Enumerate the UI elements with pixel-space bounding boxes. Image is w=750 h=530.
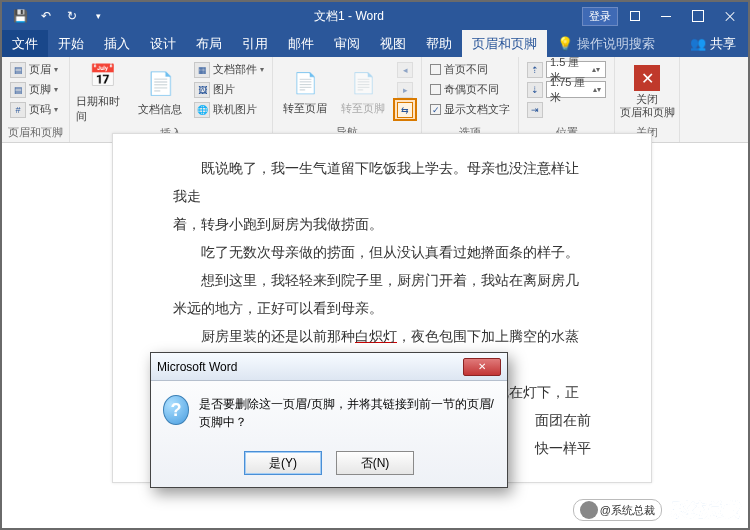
- docinfo-icon: 📄: [144, 68, 176, 100]
- checkbox-checked-icon: ✓: [430, 104, 441, 115]
- watermark: @系统总裁 系统总载: [573, 498, 740, 522]
- odd-even-label: 奇偶页不同: [444, 82, 499, 97]
- first-diff-label: 首页不同: [444, 62, 488, 77]
- share-button[interactable]: 👥共享: [678, 30, 748, 57]
- picture-button[interactable]: 🖼图片: [192, 80, 266, 99]
- doc-line: 吃了无数次母亲做的捞面，但从没认真看过她擀面条的样子。: [173, 238, 591, 266]
- pagenum-button[interactable]: #页码▾: [8, 100, 60, 119]
- tab-help[interactable]: 帮助: [416, 30, 462, 57]
- next-icon: ▸: [397, 82, 413, 98]
- dialog-title: Microsoft Word: [157, 360, 237, 374]
- first-page-diff-checkbox[interactable]: 首页不同: [428, 60, 512, 79]
- margin-top-icon: ⇡: [527, 62, 543, 78]
- tell-me-label: 操作说明搜索: [577, 35, 655, 53]
- tab-layout[interactable]: 布局: [186, 30, 232, 57]
- quickparts-icon: ▦: [194, 62, 210, 78]
- window-close-icon[interactable]: [716, 5, 744, 27]
- footer-button[interactable]: ▤页脚▾: [8, 80, 60, 99]
- ribbon-tabs: 文件 开始 插入 设计 布局 引用 邮件 审阅 视图 帮助 页眉和页脚 💡操作说…: [2, 30, 748, 57]
- avatar-icon: [580, 501, 598, 519]
- close-hf-icon: ✕: [634, 65, 660, 91]
- nav-prev-button[interactable]: ◂: [395, 60, 415, 79]
- pagenum-label: 页码: [29, 102, 51, 117]
- window-title: 文档1 - Word: [116, 8, 582, 25]
- group-close: ✕关闭 页眉和页脚 关闭: [615, 57, 680, 142]
- docinfo-button[interactable]: 📄文档信息: [134, 60, 186, 124]
- show-doc-text-checkbox[interactable]: ✓显示文档文字: [428, 100, 512, 119]
- group-header-footer: ▤页眉▾ ▤页脚▾ #页码▾ 页眉和页脚: [2, 57, 70, 142]
- close-hf-button[interactable]: ✕关闭 页眉和页脚: [621, 60, 673, 123]
- tab-insert[interactable]: 插入: [94, 30, 140, 57]
- dialog-close-icon[interactable]: ✕: [463, 358, 501, 376]
- footer-label: 页脚: [29, 82, 51, 97]
- picture-icon: 🖼: [194, 82, 210, 98]
- checkbox-icon: [430, 64, 441, 75]
- group-insert: 📅日期和时间 📄文档信息 ▦文档部件▾ 🖼图片 🌐联机图片 插入: [70, 57, 273, 142]
- tab-align-icon: ⇥: [527, 102, 543, 118]
- tab-review[interactable]: 审阅: [324, 30, 370, 57]
- doc-line: 既说晚了，我一生气道留下吃饭我上学去。母亲也没注意样让我走: [173, 154, 591, 210]
- dialog-no-button[interactable]: 否(N): [336, 451, 414, 475]
- login-button[interactable]: 登录: [582, 7, 618, 26]
- link-previous-icon: ⇆: [397, 102, 413, 118]
- save-icon[interactable]: 💾: [8, 5, 32, 27]
- tab-home[interactable]: 开始: [48, 30, 94, 57]
- tell-me-search[interactable]: 💡操作说明搜索: [547, 30, 665, 57]
- tab-file[interactable]: 文件: [2, 30, 48, 57]
- share-icon: 👥: [690, 36, 706, 51]
- quickparts-label: 文档部件: [213, 62, 257, 77]
- goto-header-icon: 📄: [289, 67, 321, 99]
- group-options: 首页不同 奇偶页不同 ✓显示文档文字 选项: [422, 57, 519, 142]
- datetime-label: 日期和时间: [76, 94, 128, 124]
- dialog-titlebar[interactable]: Microsoft Word ✕: [151, 353, 507, 381]
- doc-line: 着，转身小跑到厨房为我做捞面。: [173, 210, 591, 238]
- odd-even-diff-checkbox[interactable]: 奇偶页不同: [428, 80, 512, 99]
- tab-references[interactable]: 引用: [232, 30, 278, 57]
- pagenum-icon: #: [10, 102, 26, 118]
- nav-next-button[interactable]: ▸: [395, 80, 415, 99]
- minimize-icon[interactable]: [652, 5, 680, 27]
- ribbon-display-icon[interactable]: [622, 11, 648, 21]
- tab-view[interactable]: 视图: [370, 30, 416, 57]
- document-area: 既说晚了，我一生气道留下吃饭我上学去。母亲也没注意样让我走 着，转身小跑到厨房为…: [2, 143, 748, 528]
- watermark-site: 系统总载: [668, 498, 740, 522]
- quickparts-button[interactable]: ▦文档部件▾: [192, 60, 266, 79]
- share-label: 共享: [710, 35, 736, 53]
- watermark-handle: @系统总裁: [573, 499, 662, 521]
- show-text-label: 显示文档文字: [444, 102, 510, 117]
- tab-design[interactable]: 设计: [140, 30, 186, 57]
- margin-bottom-icon: ⇣: [527, 82, 543, 98]
- dialog-message: 是否要删除这一页眉/页脚，并将其链接到前一节的页眉/页脚中？: [199, 395, 495, 431]
- goto-footer-button[interactable]: 📄转至页脚: [337, 60, 389, 123]
- goto-header-button[interactable]: 📄转至页眉: [279, 60, 331, 123]
- online-picture-icon: 🌐: [194, 102, 210, 118]
- picture-label: 图片: [213, 82, 235, 97]
- bottom-margin-input[interactable]: 1.75 厘米▴▾: [546, 81, 606, 98]
- prev-icon: ◂: [397, 62, 413, 78]
- close-hf-label: 关闭 页眉和页脚: [620, 93, 675, 117]
- checkbox-icon: [430, 84, 441, 95]
- link-previous-button[interactable]: ⇆: [395, 100, 415, 119]
- goto-header-label: 转至页眉: [283, 101, 327, 116]
- quick-access: 💾 ↶ ↻ ▾: [2, 5, 116, 27]
- group-navigation: 📄转至页眉 📄转至页脚 ◂ ▸ ⇆ 导航: [273, 57, 422, 142]
- online-picture-button[interactable]: 🌐联机图片: [192, 100, 266, 119]
- qa-dropdown-icon[interactable]: ▾: [86, 5, 110, 27]
- tab-mailings[interactable]: 邮件: [278, 30, 324, 57]
- question-icon: ?: [163, 395, 189, 425]
- goto-footer-label: 转至页脚: [341, 101, 385, 116]
- maximize-icon[interactable]: [684, 5, 712, 27]
- undo-icon[interactable]: ↶: [34, 5, 58, 27]
- group-hf-label: 页眉和页脚: [8, 123, 63, 142]
- redo-icon[interactable]: ↻: [60, 5, 84, 27]
- datetime-button[interactable]: 📅日期和时间: [76, 60, 128, 124]
- tab-header-footer[interactable]: 页眉和页脚: [462, 30, 547, 57]
- footer-from-bottom[interactable]: ⇣1.75 厘米▴▾: [525, 80, 608, 99]
- bulb-icon: 💡: [557, 36, 573, 51]
- dialog-yes-button[interactable]: 是(Y): [244, 451, 322, 475]
- insert-align-tab[interactable]: ⇥: [525, 100, 608, 119]
- confirm-dialog: Microsoft Word ✕ ? 是否要删除这一页眉/页脚，并将其链接到前一…: [150, 352, 508, 488]
- calendar-icon: 📅: [86, 60, 118, 92]
- goto-footer-icon: 📄: [347, 67, 379, 99]
- header-button[interactable]: ▤页眉▾: [8, 60, 60, 79]
